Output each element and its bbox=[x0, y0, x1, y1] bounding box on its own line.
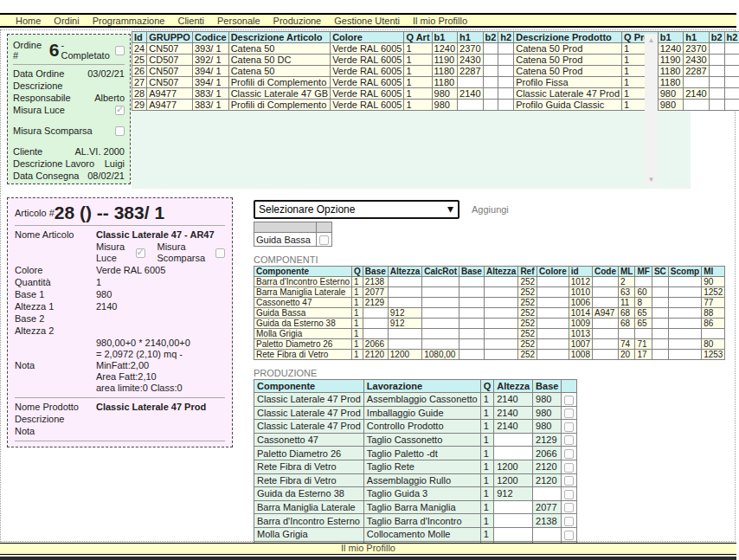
cell bbox=[724, 77, 739, 88]
article-misura-luce-checkbox[interactable] bbox=[136, 248, 145, 258]
cell: CN507 bbox=[147, 66, 193, 77]
nav-item[interactable]: Programmazione bbox=[93, 16, 165, 26]
cell bbox=[709, 100, 724, 111]
cell: 1 bbox=[480, 527, 494, 541]
article-misura-scomparsa-checkbox[interactable] bbox=[215, 248, 225, 258]
cell: 1 bbox=[352, 329, 363, 339]
row-checkbox[interactable] bbox=[564, 476, 574, 486]
nav-item[interactable]: Clienti bbox=[177, 16, 204, 26]
column-header: GRUPPO bbox=[147, 32, 193, 43]
option-select[interactable]: Selezionare Opzione bbox=[254, 200, 459, 219]
nav-item[interactable]: Il mio Profillo bbox=[413, 16, 467, 26]
cell: 1253 bbox=[702, 350, 725, 360]
cell: Taglio Guida 3 bbox=[363, 487, 480, 501]
cell: 1008 bbox=[569, 350, 592, 360]
cell bbox=[483, 55, 498, 66]
cell bbox=[533, 487, 562, 501]
nav-item[interactable]: Produzione bbox=[273, 16, 322, 26]
row-checkbox[interactable] bbox=[564, 503, 574, 512]
cell bbox=[652, 298, 668, 308]
cell: Catena 50 DC bbox=[228, 55, 331, 66]
field-label bbox=[15, 241, 96, 264]
cell: Cassonetto 47 bbox=[254, 298, 352, 308]
cell: 2430 bbox=[684, 55, 709, 66]
cell bbox=[668, 319, 701, 329]
column-header: h1 bbox=[684, 32, 709, 43]
cell bbox=[422, 339, 459, 350]
cell: 26 bbox=[132, 66, 147, 77]
row-checkbox[interactable] bbox=[564, 435, 574, 445]
cell: 980 bbox=[432, 100, 457, 111]
cell bbox=[422, 319, 459, 329]
cell: Classic Laterale 47 Prod bbox=[514, 88, 622, 100]
nav-item[interactable]: Home bbox=[16, 16, 41, 26]
column-header: Base bbox=[533, 380, 562, 393]
cell: 1 bbox=[480, 420, 494, 434]
column-header: Ref bbox=[518, 267, 537, 277]
cell: 2120 bbox=[533, 460, 562, 473]
cell: 2077 bbox=[533, 500, 562, 514]
cell bbox=[537, 339, 569, 350]
row-checkbox[interactable] bbox=[564, 463, 574, 473]
column-header: Q bbox=[352, 267, 363, 277]
option-checkbox[interactable] bbox=[319, 235, 329, 245]
cell bbox=[459, 339, 485, 350]
scroll-down-button[interactable]: ▼ bbox=[645, 173, 658, 186]
cell: Verde RAL 6005 bbox=[331, 77, 404, 88]
cell: Verde RAL 6005 bbox=[331, 55, 404, 66]
scroll-up-button[interactable]: ▲ bbox=[645, 34, 658, 47]
cell: Classic Laterale 47 Prod bbox=[254, 406, 364, 420]
column-header: Colore bbox=[331, 32, 404, 43]
field-label: Nota bbox=[15, 426, 96, 437]
cell bbox=[484, 350, 517, 360]
cell: 71 bbox=[635, 339, 652, 350]
cell: 1 bbox=[352, 350, 363, 360]
aggiungi-link[interactable]: Aggiungi bbox=[472, 204, 509, 215]
cell: 1 bbox=[352, 298, 363, 308]
completato-checkbox[interactable] bbox=[115, 46, 125, 55]
cell: 1 bbox=[352, 287, 363, 298]
field-value: 03/02/21 bbox=[87, 68, 125, 80]
nav-item[interactable]: Gestione Utenti bbox=[334, 16, 400, 26]
table-row: Guida da Esterno 3819122521009686586 bbox=[254, 319, 725, 329]
cell bbox=[422, 287, 459, 298]
row-checkbox[interactable] bbox=[564, 422, 574, 432]
nav-item[interactable]: Ordini bbox=[54, 16, 79, 26]
row-checkbox[interactable] bbox=[564, 490, 574, 499]
row-checkbox[interactable] bbox=[564, 396, 574, 405]
cell bbox=[494, 433, 533, 447]
cell: 1 bbox=[404, 77, 432, 88]
cell: Rete Fibra di Vetro bbox=[254, 460, 364, 473]
cell bbox=[537, 329, 569, 339]
cell bbox=[668, 287, 701, 298]
row-checkbox[interactable] bbox=[564, 517, 574, 526]
field-value: AL.VI. 2000 bbox=[75, 146, 125, 158]
cell: Controllo Prodotto bbox=[363, 420, 480, 434]
cell: 252 bbox=[518, 298, 537, 308]
cell bbox=[388, 298, 421, 308]
field-row: ClienteAL.VI. 2000 bbox=[13, 146, 125, 158]
misura-luce-checkbox[interactable] bbox=[115, 106, 125, 115]
cell: 2140 bbox=[494, 406, 533, 420]
row-checkbox[interactable] bbox=[564, 409, 574, 418]
row-checkbox[interactable] bbox=[564, 531, 574, 540]
field-value bbox=[96, 313, 225, 325]
cell: 1190 bbox=[658, 55, 683, 66]
row-checkbox[interactable] bbox=[564, 449, 574, 459]
footer-profile-link[interactable]: Il mio Profillo bbox=[0, 543, 736, 555]
cell: Catena 50 bbox=[228, 66, 331, 77]
misura-luce-label: Misura Luce bbox=[13, 105, 65, 116]
cell bbox=[652, 339, 668, 350]
cell bbox=[668, 339, 701, 350]
field-value: Alberto bbox=[94, 93, 125, 104]
cell bbox=[484, 308, 517, 319]
cell: 2287 bbox=[684, 66, 709, 77]
field-row: Nota bbox=[15, 426, 225, 437]
cell: 11 bbox=[618, 298, 634, 308]
misura-scomparsa-checkbox[interactable] bbox=[115, 126, 125, 136]
cell bbox=[724, 66, 739, 77]
nav-item[interactable]: Personale bbox=[217, 16, 260, 26]
cell bbox=[724, 100, 739, 111]
field-label: Responsabile bbox=[13, 93, 71, 104]
cell bbox=[494, 514, 533, 528]
